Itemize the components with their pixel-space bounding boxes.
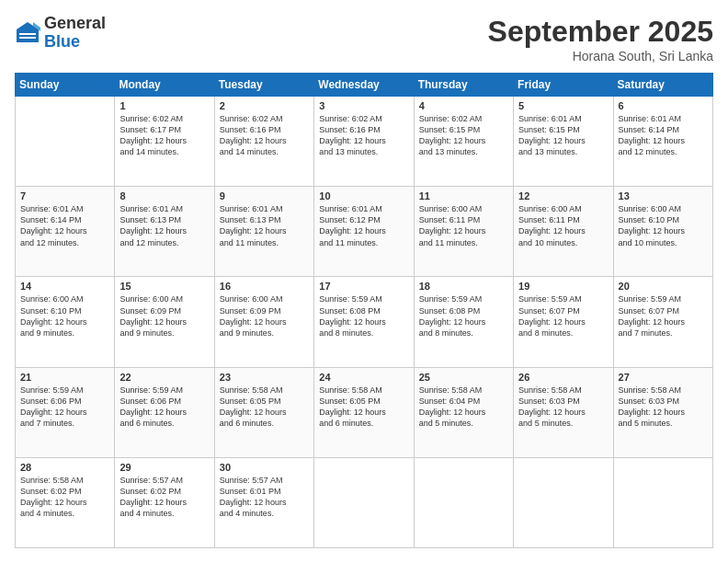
day-number: 26 [518,372,608,383]
logo: General Blue [15,15,106,52]
day-info: Sunrise: 5:58 AM Sunset: 6:03 PM Dayligh… [619,385,708,430]
day-number: 23 [220,372,309,383]
calendar-cell: 12Sunrise: 6:00 AM Sunset: 6:11 PM Dayli… [514,187,613,277]
day-number: 10 [319,190,408,201]
day-info: Sunrise: 6:00 AM Sunset: 6:11 PM Dayligh… [518,203,608,248]
day-number: 5 [518,100,608,111]
day-info: Sunrise: 6:00 AM Sunset: 6:10 PM Dayligh… [619,203,708,248]
day-info: Sunrise: 6:00 AM Sunset: 6:11 PM Dayligh… [419,203,508,248]
day-number: 3 [319,100,408,111]
day-number: 27 [619,372,708,383]
calendar-cell: 19Sunrise: 5:59 AM Sunset: 6:07 PM Dayli… [514,277,613,367]
day-number: 24 [319,372,408,383]
calendar-cell: 20Sunrise: 5:59 AM Sunset: 6:07 PM Dayli… [613,277,712,367]
day-info: Sunrise: 5:59 AM Sunset: 6:07 PM Dayligh… [518,293,608,339]
day-number: 9 [220,190,309,201]
day-number: 12 [518,190,608,201]
calendar-cell [16,97,115,187]
calendar-cell: 5Sunrise: 6:01 AM Sunset: 6:15 PM Daylig… [514,97,613,187]
day-info: Sunrise: 5:58 AM Sunset: 6:05 PM Dayligh… [220,385,309,430]
calendar-week-4: 21Sunrise: 5:59 AM Sunset: 6:06 PM Dayli… [16,367,713,457]
calendar-cell: 30Sunrise: 5:57 AM Sunset: 6:01 PM Dayli… [214,457,313,547]
day-info: Sunrise: 6:00 AM Sunset: 6:09 PM Dayligh… [119,293,209,339]
day-info: Sunrise: 6:01 AM Sunset: 6:13 PM Dayligh… [220,203,309,248]
calendar-cell [414,457,513,547]
day-number: 29 [119,462,209,473]
day-number: 15 [119,281,209,292]
day-number: 11 [419,190,508,201]
day-info: Sunrise: 6:01 AM Sunset: 6:14 PM Dayligh… [20,203,109,248]
col-monday: Monday [115,74,214,97]
calendar-cell: 15Sunrise: 6:00 AM Sunset: 6:09 PM Dayli… [115,277,214,367]
day-number: 14 [20,281,109,292]
day-number: 1 [119,100,209,111]
col-tuesday: Tuesday [214,74,313,97]
logo-general: General [44,15,106,33]
calendar-cell: 17Sunrise: 5:59 AM Sunset: 6:08 PM Dayli… [314,277,414,367]
svg-rect-2 [19,33,36,35]
day-number: 28 [20,462,109,473]
day-info: Sunrise: 6:00 AM Sunset: 6:09 PM Dayligh… [220,293,309,339]
day-number: 13 [619,190,708,201]
calendar-cell: 3Sunrise: 6:02 AM Sunset: 6:16 PM Daylig… [314,97,414,187]
calendar-header-row: Sunday Monday Tuesday Wednesday Thursday… [16,74,713,97]
calendar-cell: 1Sunrise: 6:02 AM Sunset: 6:17 PM Daylig… [115,97,214,187]
col-saturday: Saturday [613,74,712,97]
day-info: Sunrise: 5:59 AM Sunset: 6:08 PM Dayligh… [419,293,508,339]
calendar-cell: 7Sunrise: 6:01 AM Sunset: 6:14 PM Daylig… [16,187,115,277]
calendar-cell: 29Sunrise: 5:57 AM Sunset: 6:02 PM Dayli… [115,457,214,547]
day-number: 7 [20,190,109,201]
day-info: Sunrise: 5:58 AM Sunset: 6:03 PM Dayligh… [518,385,608,430]
day-info: Sunrise: 5:59 AM Sunset: 6:06 PM Dayligh… [119,385,209,430]
day-info: Sunrise: 6:00 AM Sunset: 6:10 PM Dayligh… [20,293,109,339]
day-number: 19 [518,281,608,292]
col-friday: Friday [514,74,613,97]
calendar-week-5: 28Sunrise: 5:58 AM Sunset: 6:02 PM Dayli… [16,457,713,547]
calendar-cell [514,457,613,547]
header: General Blue September 2025 Horana South… [15,15,713,63]
calendar-cell: 11Sunrise: 6:00 AM Sunset: 6:11 PM Dayli… [414,187,513,277]
page: General Blue September 2025 Horana South… [0,0,728,563]
calendar-cell: 27Sunrise: 5:58 AM Sunset: 6:03 PM Dayli… [613,367,712,457]
day-info: Sunrise: 5:58 AM Sunset: 6:04 PM Dayligh… [419,385,508,430]
calendar-cell: 4Sunrise: 6:02 AM Sunset: 6:15 PM Daylig… [414,97,513,187]
calendar-cell: 24Sunrise: 5:58 AM Sunset: 6:05 PM Dayli… [314,367,414,457]
day-info: Sunrise: 5:57 AM Sunset: 6:02 PM Dayligh… [119,475,209,520]
day-info: Sunrise: 6:01 AM Sunset: 6:12 PM Dayligh… [319,203,408,248]
day-number: 8 [119,190,209,201]
logo-icon [15,20,40,46]
calendar-cell: 21Sunrise: 5:59 AM Sunset: 6:06 PM Dayli… [16,367,115,457]
day-number: 21 [20,372,109,383]
calendar-cell [314,457,414,547]
calendar-cell: 14Sunrise: 6:00 AM Sunset: 6:10 PM Dayli… [16,277,115,367]
svg-rect-3 [19,37,36,39]
calendar-cell: 8Sunrise: 6:01 AM Sunset: 6:13 PM Daylig… [115,187,214,277]
day-info: Sunrise: 5:59 AM Sunset: 6:07 PM Dayligh… [619,293,708,339]
calendar-cell: 18Sunrise: 5:59 AM Sunset: 6:08 PM Dayli… [414,277,513,367]
location: Horana South, Sri Lanka [488,49,713,63]
col-wednesday: Wednesday [314,74,414,97]
day-number: 30 [220,462,309,473]
day-number: 2 [220,100,309,111]
day-number: 25 [419,372,508,383]
day-info: Sunrise: 6:01 AM Sunset: 6:15 PM Dayligh… [518,113,608,158]
calendar-cell: 26Sunrise: 5:58 AM Sunset: 6:03 PM Dayli… [514,367,613,457]
day-info: Sunrise: 6:02 AM Sunset: 6:15 PM Dayligh… [419,113,508,158]
day-info: Sunrise: 6:01 AM Sunset: 6:13 PM Dayligh… [119,203,209,248]
day-info: Sunrise: 5:58 AM Sunset: 6:05 PM Dayligh… [319,385,408,430]
logo-blue: Blue [44,33,106,52]
calendar-cell: 23Sunrise: 5:58 AM Sunset: 6:05 PM Dayli… [214,367,313,457]
calendar-cell: 28Sunrise: 5:58 AM Sunset: 6:02 PM Dayli… [16,457,115,547]
calendar-cell: 13Sunrise: 6:00 AM Sunset: 6:10 PM Dayli… [613,187,712,277]
day-number: 18 [419,281,508,292]
day-info: Sunrise: 5:57 AM Sunset: 6:01 PM Dayligh… [220,475,309,520]
calendar-cell: 10Sunrise: 6:01 AM Sunset: 6:12 PM Dayli… [314,187,414,277]
calendar-cell [613,457,712,547]
calendar-week-2: 7Sunrise: 6:01 AM Sunset: 6:14 PM Daylig… [16,187,713,277]
calendar-cell: 9Sunrise: 6:01 AM Sunset: 6:13 PM Daylig… [214,187,313,277]
day-info: Sunrise: 6:01 AM Sunset: 6:14 PM Dayligh… [619,113,708,158]
col-thursday: Thursday [414,74,513,97]
day-info: Sunrise: 6:02 AM Sunset: 6:17 PM Dayligh… [119,113,209,158]
day-info: Sunrise: 6:02 AM Sunset: 6:16 PM Dayligh… [220,113,309,158]
day-info: Sunrise: 5:58 AM Sunset: 6:02 PM Dayligh… [20,475,109,520]
